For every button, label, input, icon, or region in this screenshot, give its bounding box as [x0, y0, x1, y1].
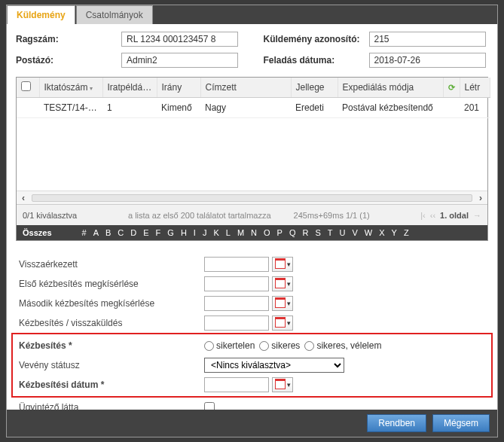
top-fields: Ragszám: Postázó: Küldemény azonosító: F…: [16, 32, 488, 68]
radio-sikertelen[interactable]: sikertelen: [204, 340, 255, 351]
ugyintezo-checkbox[interactable]: [204, 402, 215, 410]
cell-irany: Kimenő: [157, 98, 200, 118]
tab-csatolmanyok[interactable]: Csatolmányok: [76, 5, 153, 24]
alpha-letter[interactable]: L: [226, 228, 231, 237]
content-area: Ragszám: Postázó: Küldemény azonosító: F…: [7, 24, 497, 410]
header-letr[interactable]: Létr: [460, 78, 490, 98]
alpha-letter[interactable]: S: [315, 228, 320, 237]
header-refresh[interactable]: ⟳: [443, 78, 460, 98]
selection-count: 0/1 kiválasztva: [23, 211, 128, 220]
select-all-checkbox[interactable]: [21, 81, 31, 91]
header-expedialas[interactable]: Expediálás módja: [338, 78, 443, 98]
kezbvissz-input[interactable]: [204, 315, 269, 331]
alpha-letter[interactable]: O: [264, 228, 270, 237]
alpha-letter[interactable]: K: [213, 228, 218, 237]
radio-sikeres-velelem[interactable]: sikeres, vélelem: [304, 340, 381, 351]
cancel-button[interactable]: Mégsem: [432, 414, 490, 432]
calendar-icon: [275, 380, 286, 389]
alpha-letter[interactable]: E: [143, 228, 148, 237]
masodik-kezb-input[interactable]: [204, 296, 269, 311]
alpha-letter[interactable]: H: [181, 228, 187, 237]
ok-button[interactable]: Rendben: [367, 414, 426, 432]
cell-cimzett: Nagy: [200, 98, 291, 118]
chevron-down-icon: ▾: [287, 300, 291, 307]
required-highlight: Kézbesítés * sikertelen sikeres sikeres,…: [11, 333, 493, 398]
header-checkbox-col: [17, 78, 39, 98]
visszaerkezett-label: Visszaérkezett: [16, 259, 204, 270]
header-iratpeldany[interactable]: Iratpéldány: [102, 78, 157, 98]
alpha-letter[interactable]: W: [365, 228, 372, 237]
scroll-right-icon[interactable]: ›: [474, 193, 487, 203]
alpha-letter[interactable]: U: [340, 228, 346, 237]
table-row[interactable]: TESZT/14-2/... 1 Kimenő Nagy Eredeti Pos…: [17, 98, 490, 118]
radio-sikeres[interactable]: sikeres: [259, 340, 300, 351]
alpha-letter[interactable]: N: [251, 228, 257, 237]
alpha-letter[interactable]: R: [302, 228, 308, 237]
veveny-select[interactable]: <Nincs kiválasztva>: [204, 358, 344, 373]
veveny-label: Vevény státusz: [16, 360, 204, 370]
header-cimzett[interactable]: Címzett: [200, 78, 291, 98]
alpha-letter[interactable]: G: [167, 228, 174, 237]
masodik-kezb-calendar-button[interactable]: ▾: [272, 296, 293, 311]
page-first-icon[interactable]: |‹: [420, 211, 426, 220]
ragszam-label: Ragszám:: [16, 34, 121, 44]
chevron-down-icon: ▾: [287, 381, 291, 389]
alpha-letter[interactable]: Z: [404, 228, 409, 237]
feladas-input[interactable]: [369, 53, 486, 68]
page-label: 1. oldal: [440, 211, 469, 220]
alpha-letter[interactable]: X: [379, 228, 384, 237]
kezbvissz-calendar-button[interactable]: ▾: [272, 315, 293, 331]
kezbvissz-label: Kézbesítés / visszaküldés: [16, 318, 204, 328]
alpha-letter[interactable]: Y: [392, 228, 397, 237]
alpha-letter[interactable]: P: [277, 228, 283, 237]
page-next-icon[interactable]: →: [473, 211, 481, 220]
alpha-letter[interactable]: I: [194, 228, 196, 237]
alpha-letter[interactable]: D: [130, 228, 136, 237]
alpha-letter[interactable]: C: [118, 228, 124, 237]
dialog-window: Küldemény Csatolmányok Ragszám: Postázó:: [0, 0, 504, 442]
header-jellege[interactable]: Jellege: [291, 78, 338, 98]
list-limit-msg: a lista az első 200 találatot tartalmazz…: [128, 211, 271, 220]
calendar-icon: [275, 319, 286, 328]
header-iktatoszam[interactable]: Iktatószám▾: [39, 78, 102, 98]
alpha-letter[interactable]: A: [93, 228, 99, 237]
kezbesitesi-datum-input[interactable]: [204, 377, 269, 392]
scroll-left-icon[interactable]: ‹: [17, 193, 30, 203]
grid-footer: 0/1 kiválasztva a lista az első 200 talá…: [17, 204, 487, 225]
cell-letr: 201: [460, 98, 490, 118]
alpha-letter[interactable]: F: [156, 228, 161, 237]
page-prev-icon[interactable]: ‹‹: [430, 211, 435, 220]
header-irany[interactable]: Irány: [157, 78, 200, 98]
kezbesitesi-datum-label: Kézbesítési dátum *: [16, 380, 204, 390]
kezbesitesi-datum-calendar-button[interactable]: ▾: [272, 377, 293, 392]
timing-info: 245ms+69ms 1/1 (1): [294, 211, 370, 220]
chevron-down-icon: ▾: [287, 261, 291, 268]
calendar-icon: [275, 299, 286, 308]
azonosito-input[interactable]: [369, 32, 486, 47]
alpha-letter[interactable]: M: [237, 228, 244, 237]
visszaerkezett-input[interactable]: [204, 257, 269, 272]
ugyintezo-label: Ügyintéző látta: [16, 402, 204, 410]
alpha-letter[interactable]: J: [203, 228, 207, 237]
alpha-letter[interactable]: #: [82, 228, 87, 237]
alpha-letter[interactable]: T: [328, 228, 333, 237]
alpha-letter[interactable]: V: [352, 228, 357, 237]
scroll-track[interactable]: [32, 194, 472, 202]
alpha-letter[interactable]: Q: [289, 228, 296, 237]
elso-kezb-calendar-button[interactable]: ▾: [272, 276, 293, 291]
alpha-filter-bar: Összes #ABCDEFGHIJKLMNOPQRSTUVWXYZ: [17, 225, 487, 240]
elso-kezb-input[interactable]: [204, 276, 269, 291]
button-bar: Rendben Mégsem: [7, 410, 497, 437]
visszaerkezett-calendar-button[interactable]: ▾: [272, 257, 293, 272]
postazo-label: Postázó:: [16, 55, 121, 66]
grid-table: Iktatószám▾ Iratpéldány Irány Címzett Je…: [17, 78, 490, 118]
tab-bar: Küldemény Csatolmányok: [7, 5, 497, 24]
ragszam-input[interactable]: [121, 32, 238, 47]
cell-iktatoszam: TESZT/14-2/...: [39, 98, 102, 118]
alpha-letter[interactable]: B: [105, 228, 111, 237]
grid-h-scrollbar[interactable]: ‹ ›: [17, 191, 487, 204]
tab-kuldemeny[interactable]: Küldemény: [7, 5, 75, 24]
alpha-all[interactable]: Összes: [23, 228, 52, 237]
postazo-input[interactable]: [121, 53, 238, 68]
alpha-letters: #ABCDEFGHIJKLMNOPQRSTUVWXYZ: [82, 228, 409, 237]
